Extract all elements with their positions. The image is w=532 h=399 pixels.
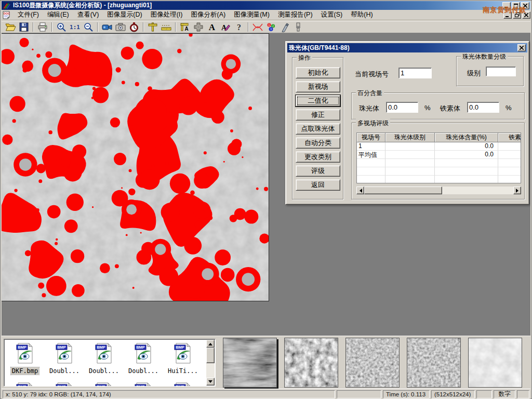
menu-item-1[interactable]: 编辑(E) [43,9,73,20]
op-button-2[interactable]: 二值化 [296,95,340,107]
micrograph-image[interactable] [2,34,269,301]
paint-tool-icon[interactable] [291,21,305,33]
measure-label-icon[interactable]: A [178,21,192,33]
preview-thumbnail-4[interactable] [468,338,522,388]
zoom-in-icon[interactable] [55,21,68,33]
save-file-icon[interactable] [17,21,31,33]
svg-text:BMP: BMP [18,384,26,387]
svg-text:BMP: BMP [57,384,66,387]
table-cell [435,159,498,167]
document-system-icon[interactable]: DOC [3,11,11,19]
actual-size-icon[interactable]: 1:1 [68,21,82,33]
dialog-title-bar[interactable]: 珠光体(GB/T9441-88) [287,43,527,52]
table-cell [435,167,498,176]
rating-table[interactable]: 视场号珠光体级别珠光体含量(%)铁素体含量(%)10.0平均值0.0 [356,132,521,183]
bmp-file-icon: BMP [16,342,34,366]
op-button-4[interactable]: 点取珠光体 [296,123,340,135]
table-row-0[interactable]: 10.0 [357,142,521,151]
table-header-0: 视场号 [357,133,385,142]
menu-item-0[interactable]: 文件(F) [14,9,43,20]
print-icon[interactable] [36,21,49,33]
op-button-0[interactable]: 初始化 [296,67,340,78]
table-cell [435,176,498,183]
menu-item-9[interactable]: 帮助(H) [347,9,377,20]
table-cell [498,176,521,183]
preview-thumbnail-1[interactable] [284,338,338,388]
preview-thumbnail-2[interactable] [345,338,400,388]
curve-tool-icon[interactable] [251,21,264,33]
preview-thumbnail-3[interactable] [407,338,461,388]
svg-text:BMP: BMP [18,345,26,350]
menu-item-3[interactable]: 图像显示(D) [103,9,146,20]
ferrite-percent-input[interactable] [467,102,499,113]
menu-item-2[interactable]: 查看(V) [73,9,103,20]
ferrite-label: 铁素体 [440,104,460,113]
file-item-4[interactable]: BMPHuiTi... [163,342,203,375]
scrollbar-thumb[interactable] [364,187,442,194]
menu-item-5[interactable]: 图像分析(A) [187,9,230,20]
table-horizontal-scrollbar[interactable] [356,187,521,194]
file-item-partial-0[interactable]: BMP [5,382,45,387]
file-item-partial-4[interactable]: BMP [163,382,203,387]
ruler-icon[interactable] [159,21,173,33]
grade-input[interactable] [486,66,516,76]
pearlite-percent-input[interactable] [386,102,418,113]
op-button-3[interactable]: 修正 [296,109,340,121]
open-file-icon[interactable] [4,21,17,33]
op-button-6[interactable]: 更改类别 [296,151,340,163]
dialog-close-button[interactable] [517,44,526,51]
bmp-file-icon: BMP [174,342,192,366]
file-item-partial-2[interactable]: BMP [84,382,124,387]
table-row-1[interactable]: 平均值0.0 [357,151,521,159]
table-row-3[interactable] [357,167,521,176]
status-blank-3 [517,390,529,398]
op-button-7[interactable]: 评级 [296,165,340,177]
merge-regions-icon[interactable] [192,21,205,33]
workspace: 珠光体(GB/T9441-88) 操作 初始化新视场二值化修正点取珠光体自动分类… [2,33,530,336]
file-item-0[interactable]: BMPDKF.bmp [5,342,45,375]
status-blank-2 [476,390,492,398]
file-item-partial-3[interactable]: BMP [124,382,163,387]
table-cell [357,167,385,176]
scroll-left-button[interactable] [356,187,364,194]
file-item-2[interactable]: BMPDoubl... [84,342,124,375]
table-row-4[interactable] [357,176,521,183]
file-scrollbar-thumb[interactable] [206,348,215,363]
menu-item-7[interactable]: 测量报告(P) [274,9,317,20]
timer-icon[interactable] [127,21,141,33]
caliper-icon[interactable] [146,21,159,33]
file-name: Doubl... [48,367,81,375]
menu-item-6[interactable]: 图像测量(M) [230,9,274,20]
svg-text:BMP: BMP [57,345,66,350]
file-list[interactable]: BMPDKF.bmpBMPDoubl...BMPDoubl...BMPDoubl… [4,339,216,387]
table-row-2[interactable] [357,159,521,167]
table-cell [498,151,521,159]
picker-pen-icon[interactable] [278,21,291,33]
file-item-partial-1[interactable]: BMP [45,382,84,387]
menu-item-8[interactable]: 设置(S) [317,9,347,20]
file-list-scrollbar[interactable] [206,340,215,385]
video-capture-icon[interactable] [100,21,114,33]
file-item-3[interactable]: BMPDoubl... [124,342,163,375]
classify-particles-icon[interactable]: 123 [264,21,278,33]
table-cell [498,142,521,151]
file-item-1[interactable]: BMPDoubl... [45,342,84,375]
preview-thumbnail-0[interactable] [223,338,277,388]
op-button-5[interactable]: 自动分类 [296,137,340,149]
edit-annotation-icon[interactable]: A [219,21,232,33]
current-field-input[interactable] [398,68,432,78]
scroll-right-button[interactable] [513,187,521,194]
help-icon[interactable]: ? [232,21,246,33]
snapshot-camera-icon[interactable] [114,21,127,33]
scroll-down-button[interactable] [206,378,215,385]
op-button-1[interactable]: 新视场 [296,81,340,92]
scroll-up-button[interactable] [206,340,215,348]
op-button-8[interactable]: 返回 [296,179,340,191]
text-annotation-icon[interactable]: A [205,21,219,33]
zoom-out-icon[interactable] [82,21,95,33]
bmp-file-icon: BMP [174,382,192,387]
table-cell [498,159,521,167]
menu-item-4[interactable]: 图像处理(I) [147,9,187,20]
table-cell: 0.0 [435,151,498,159]
pearlite-label: 珠光体 [359,104,379,113]
